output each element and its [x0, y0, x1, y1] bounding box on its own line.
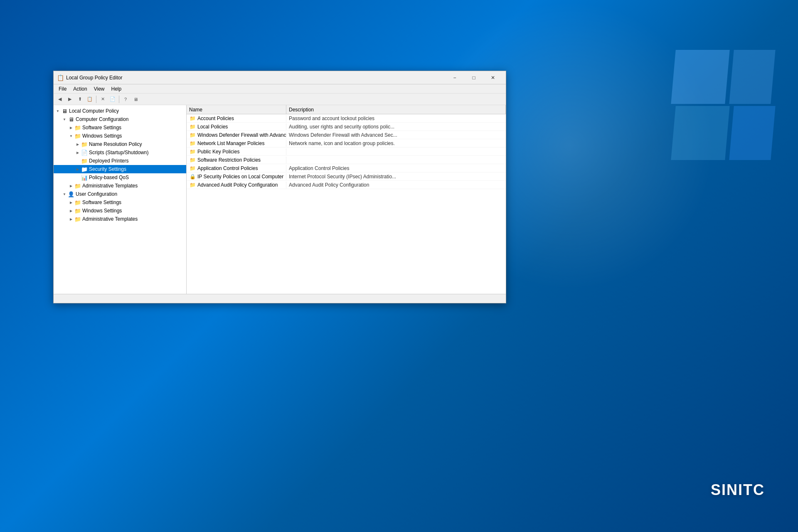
up-button[interactable]: ⬆	[75, 95, 84, 104]
expand-deployed-printers[interactable]	[74, 158, 81, 164]
show-hide-button[interactable]: 📋	[85, 95, 94, 104]
expand-admin-templates-cc[interactable]: ▶	[68, 182, 74, 189]
win-panel-bl	[671, 106, 729, 160]
col-header-description[interactable]: Description	[286, 105, 506, 114]
list-item-local-policies[interactable]: 📁 Local Policies Auditing, user rights a…	[187, 123, 506, 131]
list-header: Name Description	[187, 105, 506, 114]
icon-scripts: 📄	[81, 149, 88, 156]
tree-item-software-settings-uc[interactable]: ▶ 📁 Software Settings	[54, 198, 186, 207]
win-panel-br	[729, 106, 775, 160]
list-item-app-control[interactable]: 📁 Application Control Policies Applicati…	[187, 164, 506, 172]
item-desc-local-policies: Auditing, user rights and security optio…	[286, 124, 506, 130]
item-name-account-policies: 📁 Account Policies	[187, 115, 286, 122]
computer-button[interactable]: 🖥	[131, 95, 140, 104]
right-panel: Name Description 📁 Account Policies Pass…	[187, 105, 506, 294]
item-name-wf-adv: 📁 Windows Defender Firewall with Advanc.…	[187, 132, 286, 138]
tree-item-scripts[interactable]: ▶ 📄 Scripts (Startup/Shutdown)	[54, 148, 186, 157]
maximize-button[interactable]: □	[464, 71, 483, 84]
label-scripts: Scripts (Startup/Shutdown)	[89, 150, 148, 155]
list-item-audit-policy[interactable]: 📁 Advanced Audit Policy Configuration Ad…	[187, 181, 506, 189]
icon-deployed-printers: 📁	[81, 158, 88, 164]
label-user-config: User Configuration	[76, 191, 117, 197]
menu-help[interactable]: Help	[108, 85, 125, 93]
item-desc-app-control: Application Control Policies	[286, 165, 506, 171]
list-item-account-policies[interactable]: 📁 Account Policies Password and account …	[187, 114, 506, 123]
close-button[interactable]: ✕	[483, 71, 502, 84]
expand-windows-settings-cc[interactable]: ▼	[68, 133, 74, 139]
label-deployed-printers: Deployed Printers	[89, 158, 128, 164]
menu-action[interactable]: Action	[70, 85, 90, 93]
forward-button[interactable]: ▶	[65, 95, 74, 104]
window-controls: − □ ✕	[445, 71, 502, 84]
list-item-wf-adv[interactable]: 📁 Windows Defender Firewall with Advanc.…	[187, 131, 506, 139]
item-desc-audit-policy: Advanced Audit Policy Configuration	[286, 182, 506, 188]
menu-file[interactable]: File	[55, 85, 70, 93]
menu-view[interactable]: View	[91, 85, 108, 93]
col-header-name[interactable]: Name	[187, 105, 286, 114]
tree-item-root[interactable]: ▼ 🖥 Local Computer Policy	[54, 107, 186, 115]
expand-name-resolution[interactable]: ▶	[74, 141, 81, 148]
expand-security-settings[interactable]: ▶	[74, 166, 81, 172]
window-title: Local Group Policy Editor	[66, 75, 445, 81]
expand-root[interactable]: ▼	[54, 108, 61, 114]
item-name-audit-policy: 📁 Advanced Audit Policy Configuration	[187, 182, 286, 188]
label-admin-templates-cc: Administrative Templates	[82, 183, 138, 189]
tree-item-windows-settings-uc[interactable]: ▶ 📁 Windows Settings	[54, 207, 186, 215]
toolbar-sep-1	[96, 96, 96, 103]
sinitc-branding: SINITC	[711, 481, 765, 499]
icon-public-key: 📁	[189, 148, 196, 155]
expand-scripts[interactable]: ▶	[74, 149, 81, 156]
icon-ipsec: 🔒	[189, 173, 196, 180]
tree-item-windows-settings-cc[interactable]: ▼ 📁 Windows Settings	[54, 132, 186, 140]
icon-software-settings-cc: 📁	[74, 124, 81, 131]
tree-item-name-resolution[interactable]: ▶ 📁 Name Resolution Policy	[54, 140, 186, 148]
icon-windows-settings-cc: 📁	[74, 133, 81, 139]
item-name-public-key: 📁 Public Key Policies	[187, 148, 286, 155]
window-icon: 📋	[57, 74, 64, 81]
list-item-network-list[interactable]: 📁 Network List Manager Policies Network …	[187, 139, 506, 148]
title-bar: 📋 Local Group Policy Editor − □ ✕	[54, 71, 506, 84]
tree-panel: ▼ 🖥 Local Computer Policy ▼ 🖥 Computer C…	[54, 105, 187, 294]
expand-windows-settings-uc[interactable]: ▶	[68, 207, 74, 214]
label-computer-config: Computer Configuration	[76, 116, 128, 122]
tree-item-computer-config[interactable]: ▼ 🖥 Computer Configuration	[54, 115, 186, 123]
label-windows-settings-cc: Windows Settings	[82, 133, 122, 139]
tree-item-software-settings-cc[interactable]: ▶ 📁 Software Settings	[54, 123, 186, 132]
expand-admin-templates-uc[interactable]: ▶	[68, 216, 74, 222]
properties-button[interactable]: 📄	[108, 95, 117, 104]
expand-user-config[interactable]: ▼	[61, 191, 68, 197]
icon-account-policies: 📁	[189, 115, 196, 122]
label-admin-templates-uc: Administrative Templates	[82, 216, 138, 222]
tree-item-admin-templates-uc[interactable]: ▶ 📁 Administrative Templates	[54, 215, 186, 223]
minimize-button[interactable]: −	[445, 71, 464, 84]
delete-button[interactable]: ✕	[98, 95, 107, 104]
tree-item-qos[interactable]: 📊 Policy-based QoS	[54, 173, 186, 182]
item-desc-wf-adv: Windows Defender Firewall with Advanced …	[286, 132, 506, 138]
back-button[interactable]: ◀	[55, 95, 64, 104]
expand-software-settings-uc[interactable]: ▶	[68, 199, 74, 206]
expand-qos[interactable]	[74, 174, 81, 181]
icon-name-resolution: 📁	[81, 141, 88, 148]
list-item-software-restriction[interactable]: 📁 Software Restriction Policies	[187, 156, 506, 164]
tree-item-deployed-printers[interactable]: 📁 Deployed Printers	[54, 157, 186, 165]
label-windows-settings-uc: Windows Settings	[82, 208, 122, 214]
icon-qos: 📊	[81, 174, 88, 181]
list-item-ipsec[interactable]: 🔒 IP Security Policies on Local Computer…	[187, 172, 506, 181]
tree-item-user-config[interactable]: ▼ 👤 User Configuration	[54, 190, 186, 198]
menu-bar: File Action View Help	[54, 84, 506, 94]
list-body: 📁 Account Policies Password and account …	[187, 114, 506, 294]
icon-admin-templates-uc: 📁	[74, 216, 81, 222]
icon-network-list: 📁	[189, 140, 196, 147]
icon-user-config: 👤	[68, 191, 74, 197]
expand-software-settings-cc[interactable]: ▶	[68, 124, 74, 131]
icon-root: 🖥	[61, 108, 68, 114]
tree-item-admin-templates-cc[interactable]: ▶ 📁 Administrative Templates	[54, 182, 186, 190]
list-item-public-key[interactable]: 📁 Public Key Policies	[187, 148, 506, 156]
tree-item-security-settings[interactable]: ▶ 📁 Security Settings	[54, 165, 186, 173]
main-window: 📋 Local Group Policy Editor − □ ✕ File A…	[53, 71, 506, 303]
help-button[interactable]: ?	[121, 95, 130, 104]
icon-software-settings-uc: 📁	[74, 199, 81, 206]
expand-computer-config[interactable]: ▼	[61, 116, 68, 123]
label-software-settings-cc: Software Settings	[82, 125, 121, 131]
icon-wf-adv: 📁	[189, 132, 196, 138]
